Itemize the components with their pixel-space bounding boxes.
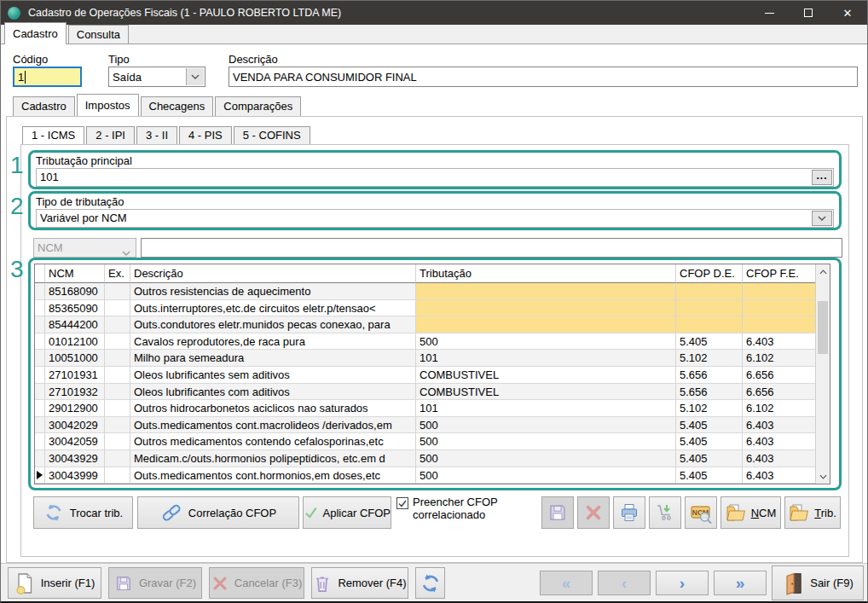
correlacao-cfop-button[interactable]: Correlação CFOP (137, 496, 299, 529)
ncm-search-input[interactable] (141, 238, 842, 258)
grid-body[interactable]: 85168090Outros resistencias de aquecimen… (35, 283, 830, 484)
taxtab-ii[interactable]: 3 - II (136, 126, 177, 144)
save-grid-button[interactable] (541, 496, 574, 529)
close-icon: ✕ (843, 8, 853, 19)
inserir-label: Inserir (F1) (41, 577, 95, 589)
descricao-label: Descrição (229, 53, 278, 66)
tipo-combobox[interactable]: Saída (108, 67, 205, 87)
descricao-value: VENDA PARA CONSUMIDOR FINAL (233, 71, 417, 84)
preencher-cfop-label: Preencher CFOP correlacionado (413, 496, 541, 521)
grid-cell-cfop_fe: 6.102 (743, 350, 817, 367)
open-trib-button[interactable]: Trib. (784, 496, 841, 529)
tab-consulta[interactable]: Consulta (68, 25, 129, 44)
exit-door-icon (782, 571, 804, 595)
nav-next-button[interactable]: › (656, 571, 709, 595)
close-button[interactable]: ✕ (828, 1, 867, 25)
grid-cell-tributacao: 500 (416, 417, 676, 434)
scrollbar-thumb[interactable] (818, 301, 828, 354)
row-indicator-cell (35, 400, 45, 417)
row-indicator-cell (35, 333, 45, 351)
nav-prev-button[interactable]: ‹ (598, 571, 651, 595)
cadastro-page: Código Tipo Descrição 1 Saída VENDA PARA… (1, 43, 867, 565)
grid-cell-tributacao (416, 316, 676, 333)
export-cart-button[interactable] (649, 496, 681, 529)
codigo-field[interactable]: 1 (13, 67, 82, 87)
table-row[interactable]: 29012900Outros hidrocarbonetos aciclicos… (35, 400, 830, 417)
grid-scrollbar[interactable] (815, 264, 830, 484)
table-row[interactable]: 27101931Oleos lubrificantes sem aditivos… (35, 367, 830, 384)
tab-cadastro[interactable]: Cadastro (4, 22, 67, 44)
grid-column-header: NCM (45, 264, 105, 283)
row-indicator-cell (35, 350, 45, 367)
grid-cell-cfop_de: 5.405 (676, 433, 743, 450)
grid-cell-ex (105, 400, 130, 417)
scroll-up-button[interactable] (816, 264, 830, 279)
taxtab-pis[interactable]: 4 - PIS (179, 126, 232, 144)
print-button[interactable] (613, 496, 645, 529)
tipo-tributacao-dropdown-button[interactable] (812, 211, 832, 226)
ncm-search-button[interactable]: NCM (685, 496, 717, 529)
table-row[interactable]: 85365090Outs.interruptores,etc.de circui… (35, 300, 830, 317)
sair-button[interactable]: Sair (F9) (772, 565, 864, 600)
swap-arrows-icon (43, 502, 64, 523)
subtab-checagens[interactable]: Checagens (141, 96, 214, 116)
table-row[interactable]: 10051000Milho para semeadura1015.1026.10… (35, 350, 830, 367)
gravar-label: Gravar (F2) (139, 577, 196, 589)
table-row[interactable]: 85168090Outros resistencias de aquecimen… (35, 283, 830, 300)
codigo-value: 1 (18, 71, 24, 84)
tributacao-picker-button[interactable]: ... (812, 170, 832, 185)
grid-cell-cfop_fe (743, 316, 817, 333)
nav-last-button[interactable]: » (714, 571, 767, 595)
table-row[interactable]: 27101932Oleos lubrificantes com aditivos… (35, 384, 830, 401)
grid-cell-ncm: 01012100 (45, 333, 105, 351)
subtab-impostos[interactable]: Impostos (77, 94, 139, 116)
chevron-left-icon: ‹ (622, 574, 627, 593)
scroll-down-button[interactable] (816, 469, 830, 484)
aplicar-cfop-button[interactable]: Aplicar CFOP (303, 496, 391, 529)
tipo-dropdown-button[interactable] (186, 68, 204, 85)
open-ncm-button[interactable]: NCM (720, 496, 781, 529)
descricao-field[interactable]: VENDA PARA CONSUMIDOR FINAL (229, 67, 858, 87)
subtab-comparacoes[interactable]: Comparações (215, 96, 301, 116)
grid-cell-descricao: Outs.interruptores,etc.de circuitos elet… (130, 300, 416, 317)
trocar-trib-button[interactable]: Trocar trib. (33, 496, 133, 529)
table-row[interactable]: 85444200Outs.condutores eletr.munidos pe… (35, 316, 830, 333)
taxtab-icms[interactable]: 1 - ICMS (22, 126, 84, 144)
nav-first-button[interactable]: « (540, 571, 593, 595)
maximize-button[interactable] (789, 1, 828, 25)
grid-cell-cfop_fe: 6.403 (743, 433, 817, 450)
x-icon (584, 503, 603, 522)
subtab-cadastro[interactable]: Cadastro (13, 96, 75, 116)
taxtab-cofins[interactable]: 5 - COFINS (234, 126, 310, 144)
preencher-cfop-checkbox[interactable]: Preencher CFOP correlacionado (396, 496, 541, 521)
table-row[interactable]: 30043999Outs.medicamentos cont.hormonios… (35, 467, 830, 484)
table-row[interactable]: 30043929Medicam.c/outs.hormonios polipep… (35, 450, 830, 467)
grid-cell-cfop_de: 5.656 (676, 367, 743, 384)
table-row[interactable]: 01012100Cavalos reprodutores,de raca pur… (35, 333, 830, 351)
refresh-button[interactable] (415, 567, 445, 599)
grid-cell-tributacao: 101 (416, 350, 676, 367)
grid-cell-cfop_fe (743, 300, 817, 317)
minimize-button[interactable] (749, 1, 789, 25)
grid-cell-ncm: 85168090 (45, 283, 105, 300)
grid-cell-cfop_fe: 6.656 (743, 384, 817, 401)
ncm-grid[interactable]: NCMEx.DescriçãoTributaçãoCFOP D.E.CFOP F… (34, 264, 830, 484)
tributacao-principal-field[interactable]: 101 ... (36, 168, 834, 187)
inserir-button[interactable]: Inserir (F1) (8, 567, 101, 599)
taxtab-ipi[interactable]: 2 - IPI (86, 126, 135, 144)
table-row[interactable]: 30042059Outros medicamentos contendo cef… (35, 433, 830, 450)
cancel-grid-button[interactable] (577, 496, 610, 529)
ncm-field-selector[interactable]: NCM (33, 238, 136, 258)
grid-cell-ex (105, 283, 130, 300)
section-number-2: 2 (10, 194, 24, 218)
codigo-label: Código (13, 53, 48, 66)
chain-link-icon (160, 502, 182, 523)
chevron-down-icon (191, 74, 200, 79)
remover-button[interactable]: Remover (F4) (311, 567, 408, 599)
chevron-down-icon (122, 246, 130, 258)
table-row[interactable]: 30042029Outs.medicamentos cont.macrolide… (35, 417, 830, 434)
cancelar-button[interactable]: Cancelar (F3) (209, 567, 304, 599)
grid-header-row: NCMEx.DescriçãoTributaçãoCFOP D.E.CFOP F… (35, 264, 830, 283)
gravar-button[interactable]: Gravar (F2) (108, 567, 202, 599)
tipo-tributacao-combobox[interactable]: Variável por NCM (36, 209, 834, 228)
